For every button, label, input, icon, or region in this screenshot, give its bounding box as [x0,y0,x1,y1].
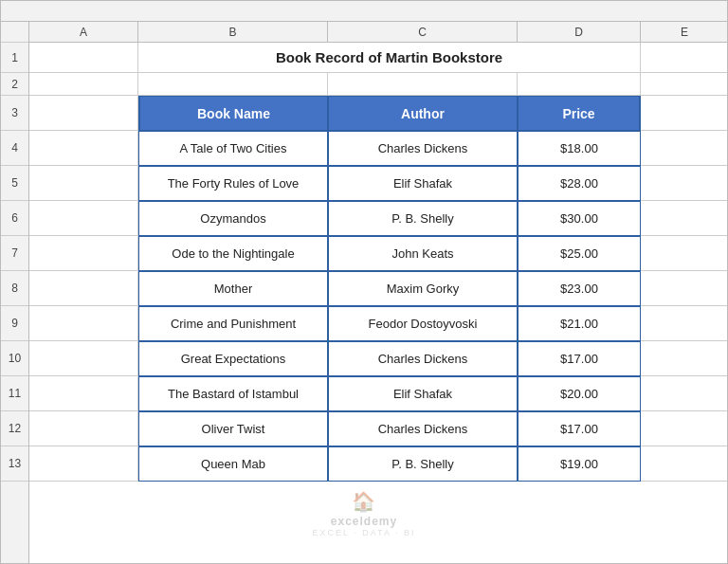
watermark-brand: exceldemy [331,515,397,528]
col-header-corner [1,22,28,43]
cell-6-E [641,201,727,236]
cell-8-D: $23.00 [518,271,641,306]
col-header-B: B [138,22,328,42]
row-number-11: 11 [1,376,28,411]
cell-4-A [29,131,138,166]
col-header-A: A [29,22,138,42]
row-number-10: 10 [1,341,28,376]
row-8: MotherMaxim Gorky$23.00 [29,271,727,306]
cell-13-A [29,446,138,482]
row-number-4: 4 [1,131,28,166]
row-3: Book NameAuthorPrice [29,96,727,131]
row-number-8: 8 [1,271,28,306]
cell-4-C: Charles Dickens [328,131,518,166]
cell-10-B: Great Expectations [138,341,328,376]
sheet-container: 12345678910111213 ABCDE Book Record of M… [1,22,727,563]
cell-2-E [641,73,727,96]
row-number-13: 13 [1,446,28,482]
cell-8-E [641,271,727,306]
cell-5-D: $28.00 [518,166,641,201]
cell-9-A [29,306,138,341]
cell-3-B: Book Name [138,96,328,131]
cell-6-B: Ozymandos [138,201,328,236]
cell-8-B: Mother [138,271,328,306]
cell-11-A [29,376,138,411]
col-header-D: D [518,22,641,42]
cell-12-A [29,411,138,446]
col-header-E: E [641,22,727,42]
watermark-tagline: EXCEL · DATA · BI [313,528,416,537]
cell-10-E [641,341,727,376]
col-header-C: C [328,22,518,42]
cell-2-C [328,73,518,96]
row-number-2: 2 [1,73,28,96]
watermark-icon: 🏠 [352,490,375,513]
cell-12-B: Oliver Twist [138,411,328,446]
cell-7-A [29,236,138,271]
cell-13-E [641,446,727,482]
cell-9-E [641,306,727,341]
row-numbers: 12345678910111213 [1,22,29,563]
cell-2-B [138,73,328,96]
cell-2-D [518,73,641,96]
cell-3-C: Author [328,96,518,131]
row-13: Queen MabP. B. Shelly$19.00 [29,446,727,482]
cell-5-E [641,166,727,201]
cell-12-C: Charles Dickens [328,411,518,446]
cell-12-D: $17.00 [518,411,641,446]
row-12: Oliver TwistCharles Dickens$17.00 [29,411,727,446]
cell-3-A [29,96,138,131]
row-number-1: 1 [1,43,28,73]
watermark: 🏠 exceldemy EXCEL · DATA · BI [313,490,416,537]
row-4: A Tale of Two CitiesCharles Dickens$18.0… [29,131,727,166]
cell-7-C: John Keats [328,236,518,271]
cell-8-C: Maxim Gorky [328,271,518,306]
cell-10-C: Charles Dickens [328,341,518,376]
cell-3-D: Price [518,96,641,131]
row-number-6: 6 [1,201,28,236]
cell-5-B: The Forty Rules of Love [138,166,328,201]
row-number-9: 9 [1,306,28,341]
cell-6-A [29,201,138,236]
cell-5-A [29,166,138,201]
cell-13-C: P. B. Shelly [328,446,518,482]
row-6: OzymandosP. B. Shelly$30.00 [29,201,727,236]
cell-7-E [641,236,727,271]
cell-11-B: The Bastard of Istambul [138,376,328,411]
cell-12-E [641,411,727,446]
cell-10-A [29,341,138,376]
row-9: Crime and PunishmentFeodor Dostoyvoski$2… [29,306,727,341]
row-11: The Bastard of IstambulElif Shafak$20.00 [29,376,727,411]
cell-13-D: $19.00 [518,446,641,482]
cell-9-B: Crime and Punishment [138,306,328,341]
cell-1-B: Book Record of Martin Bookstore [138,43,641,73]
cell-5-C: Elif Shafak [328,166,518,201]
cell-1-E [641,43,727,73]
cell-9-D: $21.00 [518,306,641,341]
cell-1-A [29,43,138,73]
cell-2-A [29,73,138,96]
cell-7-B: Ode to the Nightingale [138,236,328,271]
cell-6-D: $30.00 [518,201,641,236]
cols-area: ABCDE Book Record of Martin BookstoreBoo… [29,22,727,563]
row-1: Book Record of Martin Bookstore [29,43,727,73]
formula-bar [1,1,727,22]
spreadsheet: 12345678910111213 ABCDE Book Record of M… [0,0,728,564]
row-number-7: 7 [1,236,28,271]
row-number-5: 5 [1,166,28,201]
cell-4-B: A Tale of Two Cities [138,131,328,166]
cell-8-A [29,271,138,306]
cell-10-D: $17.00 [518,341,641,376]
row-number-3: 3 [1,96,28,131]
cell-11-D: $20.00 [518,376,641,411]
cell-7-D: $25.00 [518,236,641,271]
cell-13-B: Queen Mab [138,446,328,482]
row-5: The Forty Rules of LoveElif Shafak$28.00 [29,166,727,201]
cell-4-E [641,131,727,166]
row-7: Ode to the NightingaleJohn Keats$25.00 [29,236,727,271]
cell-9-C: Feodor Dostoyvoski [328,306,518,341]
cell-11-E [641,376,727,411]
row-2 [29,73,727,96]
col-headers-row: ABCDE [29,22,727,43]
row-number-12: 12 [1,411,28,446]
